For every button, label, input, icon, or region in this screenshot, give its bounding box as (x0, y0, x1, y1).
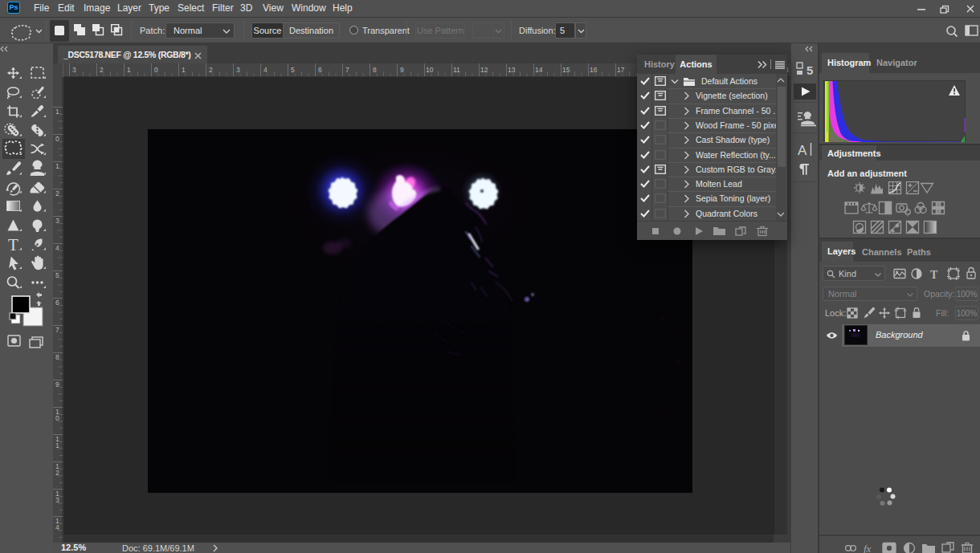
svg-text:2: 2 (100, 66, 104, 74)
svg-text:4: 4 (263, 66, 267, 74)
svg-text:14: 14 (535, 66, 543, 74)
svg-text:0: 0 (55, 135, 59, 143)
svg-text:15: 15 (562, 66, 570, 74)
svg-text:T: T (8, 235, 18, 254)
svg-text:13: 13 (508, 66, 516, 74)
svg-text:9: 9 (55, 380, 59, 388)
svg-text:3: 3 (236, 66, 240, 74)
svg-text:16: 16 (590, 66, 598, 74)
svg-text:6: 6 (318, 66, 322, 74)
svg-text:fx: fx (864, 543, 872, 553)
svg-text:5: 5 (291, 66, 295, 74)
svg-text:2: 2 (209, 66, 213, 74)
svg-text:10: 10 (426, 66, 434, 74)
svg-text:8: 8 (55, 353, 59, 361)
svg-text:6: 6 (55, 299, 59, 307)
svg-text:4: 4 (55, 244, 59, 252)
svg-text:9: 9 (400, 66, 404, 74)
svg-text:T: T (930, 269, 938, 281)
svg-text:A: A (798, 143, 807, 158)
svg-text:2: 2 (55, 189, 59, 197)
svg-text:1: 1 (55, 162, 59, 170)
svg-text:1: 1 (127, 66, 131, 74)
svg-text:5: 5 (55, 271, 59, 279)
svg-text:3: 3 (72, 66, 76, 74)
svg-text:1: 1 (55, 108, 59, 116)
svg-text:11: 11 (453, 66, 460, 74)
svg-text:8: 8 (373, 66, 377, 74)
svg-text:1: 1 (182, 66, 186, 74)
svg-text:7: 7 (55, 326, 59, 334)
svg-text:7: 7 (345, 66, 349, 74)
svg-text:17: 17 (617, 66, 625, 74)
svg-text:12: 12 (480, 66, 488, 74)
svg-text:3: 3 (55, 217, 59, 225)
svg-text:0: 0 (154, 66, 158, 74)
svg-text:5: 5 (806, 63, 813, 77)
